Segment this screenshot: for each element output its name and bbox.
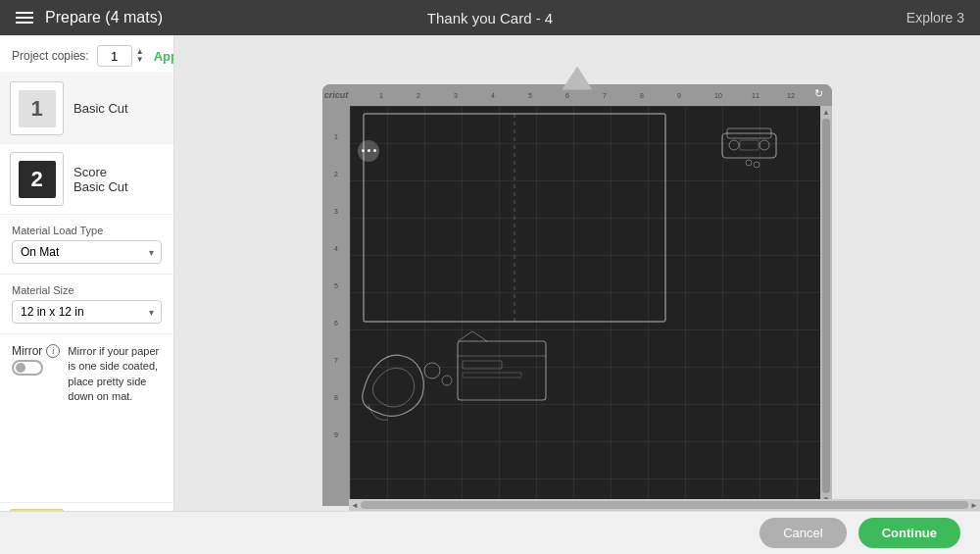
- footer: Cancel Continue: [0, 511, 980, 554]
- mirror-info-icon[interactable]: i: [46, 344, 60, 358]
- svg-text:1: 1: [334, 133, 338, 140]
- mat-content-svg: [350, 106, 820, 506]
- main-rect: [364, 114, 665, 322]
- svg-text:5: 5: [528, 92, 532, 99]
- mat-label-2: ScoreBasic Cut: [74, 165, 128, 194]
- svg-point-29: [729, 140, 739, 150]
- copies-arrows: ▲ ▼: [134, 48, 146, 64]
- material-size-select[interactable]: 12 in x 12 in 12 in x 24 in: [12, 300, 162, 324]
- project-copies-section: Project copies: ▲ ▼ Apply: [0, 35, 173, 74]
- svg-point-21: [424, 363, 440, 378]
- mirror-toggle-wrap: Mirror i: [12, 344, 60, 376]
- svg-text:9: 9: [334, 431, 338, 438]
- explore-label: Explore 3: [906, 10, 964, 25]
- svg-text:5: 5: [334, 282, 338, 289]
- mat-num-2: 2: [30, 167, 42, 192]
- scroll-left-arrow[interactable]: ◄: [351, 501, 359, 510]
- svg-text:2: 2: [416, 92, 420, 99]
- mat-thumb-inner-1: 1: [19, 90, 56, 127]
- machine-icon: [722, 128, 776, 168]
- mat-thumb-inner-2: 2: [19, 161, 56, 198]
- ruler-left-svg: 1 2 3 4 5 6 7 8 9: [322, 110, 350, 502]
- svg-text:3: 3: [454, 92, 458, 99]
- mat-thumb-1: 1: [10, 81, 64, 135]
- dot-3: [373, 149, 376, 152]
- refresh-icon[interactable]: ↻: [808, 84, 828, 104]
- mat-thumb-2: 2: [10, 152, 64, 206]
- svg-rect-31: [740, 140, 759, 150]
- svg-rect-26: [463, 373, 521, 378]
- mirror-section: Mirror i Mirror if your paper is one sid…: [0, 334, 173, 415]
- copies-down-button[interactable]: ▼: [134, 56, 146, 64]
- right-scrollbar[interactable]: ▲ ▼: [820, 106, 832, 506]
- cancel-button[interactable]: Cancel: [760, 518, 846, 548]
- mirror-label-row: Mirror i: [12, 344, 60, 358]
- svg-text:1: 1: [379, 92, 383, 99]
- material-load-type-section: Material Load Type On Mat Without Mat ▾: [0, 215, 173, 275]
- material-size-section: Material Size 12 in x 12 in 12 in x 24 i…: [0, 275, 173, 334]
- horizontal-scroll-thumb: [361, 501, 968, 509]
- scroll-right-arrow[interactable]: ►: [970, 501, 978, 510]
- mat-num-1: 1: [30, 96, 42, 122]
- mat-item-1[interactable]: 1 Basic Cut: [0, 74, 173, 144]
- main-layout: Project copies: ▲ ▼ Apply 1 Basic Cut: [0, 35, 980, 554]
- svg-point-30: [760, 140, 769, 150]
- svg-point-32: [746, 160, 752, 166]
- material-size-label: Material Size: [12, 284, 162, 296]
- mat-item-2[interactable]: 2 ScoreBasic Cut: [0, 144, 173, 215]
- material-load-type-select[interactable]: On Mat Without Mat: [12, 240, 162, 264]
- dot-1: [362, 149, 365, 152]
- svg-rect-25: [463, 361, 502, 369]
- svg-text:6: 6: [565, 92, 569, 99]
- hamburger-icon[interactable]: [16, 12, 33, 24]
- mat-list: 1 Basic Cut 2 ScoreBasic Cut Material Lo…: [0, 74, 173, 502]
- svg-text:2: 2: [334, 171, 338, 177]
- svg-point-22: [442, 376, 452, 385]
- svg-text:7: 7: [334, 357, 338, 364]
- cricut-mat: cricut 1 2 3 4 5 6 7 8 9 10: [322, 84, 832, 506]
- svg-point-33: [754, 162, 760, 168]
- material-load-type-label: Material Load Type: [12, 225, 162, 236]
- material-size-select-wrap[interactable]: 12 in x 12 in 12 in x 24 in ▾: [12, 300, 162, 324]
- mat-body-row: 1 2 3 4 5 6 7 8 9: [322, 106, 832, 506]
- bottom-scrollbar[interactable]: ◄ ►: [349, 499, 980, 511]
- project-copies-label: Project copies:: [12, 49, 89, 63]
- material-load-type-select-wrap[interactable]: On Mat Without Mat ▾: [12, 240, 162, 264]
- app-header: Prepare (4 mats) Thank you Card - 4 Expl…: [0, 0, 980, 35]
- dots-menu-button[interactable]: [358, 140, 379, 162]
- copies-input-wrap: ▲ ▼: [97, 45, 146, 67]
- svg-rect-28: [727, 128, 771, 138]
- mat-grid: [350, 106, 820, 506]
- svg-text:10: 10: [714, 92, 722, 99]
- ruler-left: 1 2 3 4 5 6 7 8 9: [322, 106, 350, 506]
- svg-text:12: 12: [787, 92, 795, 99]
- sidebar: Project copies: ▲ ▼ Apply 1 Basic Cut: [0, 35, 174, 554]
- toggle-knob: [16, 363, 25, 373]
- svg-text:3: 3: [334, 208, 338, 215]
- center-title: Thank you Card - 4: [427, 10, 553, 26]
- dot-2: [368, 149, 370, 152]
- copies-input[interactable]: [97, 45, 132, 67]
- apply-button[interactable]: Apply: [154, 49, 174, 64]
- app-title: Prepare (4 mats): [45, 9, 163, 26]
- svg-text:7: 7: [603, 92, 607, 99]
- scroll-up-arrow[interactable]: ▲: [822, 108, 830, 117]
- svg-text:8: 8: [640, 92, 644, 99]
- svg-rect-27: [722, 133, 776, 158]
- svg-text:6: 6: [334, 320, 338, 327]
- svg-text:9: 9: [677, 92, 681, 99]
- canvas-area: cricut 1 2 3 4 5 6 7 8 9 10: [174, 35, 980, 554]
- mirror-label: Mirror: [12, 344, 42, 358]
- cut-shape-group-1: [363, 355, 452, 420]
- header-left: Prepare (4 mats): [16, 9, 163, 26]
- cut-shape-group-2: [458, 331, 546, 400]
- cricut-logo-area: cricut: [322, 84, 350, 106]
- svg-text:4: 4: [491, 92, 495, 99]
- svg-rect-23: [458, 341, 546, 400]
- mirror-description: Mirror if your paper is one side coated,…: [68, 344, 162, 405]
- svg-text:8: 8: [334, 394, 338, 401]
- mirror-toggle[interactable]: [12, 360, 43, 376]
- continue-button[interactable]: Continue: [858, 518, 960, 548]
- mat-label-1: Basic Cut: [74, 101, 128, 116]
- svg-text:4: 4: [334, 245, 338, 252]
